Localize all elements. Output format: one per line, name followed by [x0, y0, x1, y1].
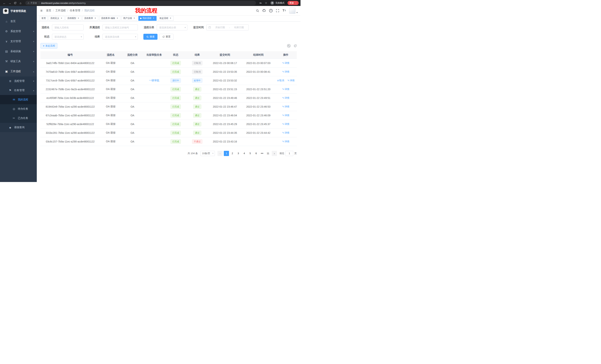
help-icon[interactable]: ?	[269, 9, 273, 12]
close-icon[interactable]: ×	[116, 17, 119, 20]
back-icon[interactable]: ←	[2, 0, 7, 5]
font-size-icon[interactable]: TT	[282, 9, 286, 12]
page-number[interactable]: •••	[260, 151, 265, 156]
view-tab[interactable]: 流程表单-编辑 ×	[99, 16, 120, 21]
cancel-link[interactable]: ⊘取消	[277, 79, 284, 82]
page-number[interactable]: 4	[242, 151, 247, 156]
create-process-button[interactable]: + 发起流程	[40, 43, 57, 49]
close-icon[interactable]: ×	[133, 17, 136, 20]
breadcrumb-item[interactable]: 工作流程	[55, 9, 66, 12]
sidebar-item-devtools[interactable]: ⚒研发工具▾	[0, 56, 37, 67]
hide-search-icon[interactable]	[287, 44, 291, 48]
view-tab[interactable]: 流程定义 ×	[49, 16, 64, 21]
password-key-icon[interactable]	[258, 0, 263, 5]
reload-icon[interactable]	[13, 0, 18, 5]
submit-time-range-picker[interactable]: 开始日期 - 结束日期	[206, 25, 249, 30]
close-icon[interactable]: ×	[152, 17, 155, 20]
detail-link[interactable]: ✎详情	[282, 70, 289, 73]
field-label: 所属流程	[89, 26, 100, 29]
menu-kebab-icon[interactable]: ⋮	[294, 2, 298, 4]
prev-page-button[interactable]: ‹	[218, 151, 223, 156]
status-select[interactable]: ▾	[52, 34, 84, 40]
sidebar-item-my-process[interactable]: ✉我的流程	[0, 95, 37, 104]
search-form: 流程名 所属流程 流程分类 ▾	[40, 25, 297, 40]
search-button[interactable]: 搜索	[143, 34, 158, 40]
user-avatar[interactable]: ▼	[289, 7, 298, 14]
process-name-input[interactable]	[52, 25, 84, 30]
refresh-icon[interactable]	[294, 44, 297, 48]
cell-current-task	[143, 85, 165, 94]
close-icon[interactable]: ×	[60, 17, 63, 20]
breadcrumb-item[interactable]: 首页	[46, 9, 51, 12]
collapse-sidebar-icon[interactable]: ≡	[37, 9, 46, 13]
cell-result: 通过	[186, 102, 208, 111]
view-tab[interactable]: 首页	[40, 16, 48, 21]
detail-link[interactable]: ✎详情	[282, 140, 289, 143]
view-tab[interactable]: 用户分组 ×	[121, 16, 137, 21]
cell-submit-time: 2022-01-23 00:06:17	[208, 59, 242, 67]
next-page-button[interactable]: ›	[272, 151, 277, 156]
field-label: 状态	[40, 35, 50, 38]
detail-link[interactable]: ✎详情	[282, 123, 289, 125]
sidebar-item-payment[interactable]: ¥支付管理▾	[0, 36, 37, 46]
column-header: 流程分类	[121, 51, 143, 59]
forward-icon[interactable]: →	[7, 0, 12, 5]
column-header: 编号	[40, 51, 100, 59]
page-number[interactable]: 11	[265, 151, 270, 156]
page-number[interactable]: 6	[253, 151, 259, 156]
process-definition-input[interactable]	[102, 25, 138, 30]
detail-link[interactable]: ✎详情	[282, 62, 289, 64]
reset-button[interactable]: 重置	[159, 34, 173, 40]
close-icon[interactable]: ×	[169, 17, 172, 20]
github-icon[interactable]	[262, 9, 266, 12]
sidebar-item-home[interactable]: ⌂首页	[0, 16, 37, 26]
current-task-link[interactable]: 一级审批	[149, 79, 159, 82]
detail-link[interactable]: ✎详情	[282, 88, 289, 91]
bookmark-star-icon[interactable]: ☆	[263, 0, 269, 5]
yen-icon: ¥	[4, 40, 9, 43]
sidebar-item-leave-query[interactable]: ☻请假查询	[0, 123, 37, 132]
cell-process-name: OA 请假	[100, 94, 121, 102]
sidebar-item-infrastructure[interactable]: ▤基础设施▾	[0, 46, 37, 56]
sidebar-item-system[interactable]: ⚙系统管理▾	[0, 26, 37, 36]
breadcrumb-item[interactable]: 任务管理	[70, 9, 80, 12]
table-body: 3ad174fb-7b9d-11ec-8404-acde48001122 OA …	[40, 59, 297, 146]
detail-link[interactable]: ✎详情	[282, 105, 289, 108]
page-number[interactable]: 1	[224, 151, 229, 156]
result-select-input[interactable]	[102, 34, 138, 40]
sidebar-item-workflow[interactable]: ▣工作流程▴	[0, 67, 37, 77]
close-icon[interactable]: ×	[77, 17, 80, 20]
page-number[interactable]: 5	[248, 151, 253, 156]
home-icon[interactable]: ⌂	[18, 0, 23, 5]
edit-icon: ✎	[282, 105, 284, 108]
close-icon[interactable]: ×	[94, 17, 97, 20]
goto-page-input[interactable]	[285, 151, 293, 156]
sidebar-item-todo-tasks[interactable]: ◎待办任务	[0, 104, 37, 114]
view-tab[interactable]: 流程模型 ×	[66, 16, 81, 21]
sidebar-item-task-management[interactable]: ⚑任务管理▴	[0, 86, 37, 95]
detail-link[interactable]: ✎详情	[282, 114, 289, 117]
logo[interactable]: 芋道管理系统	[0, 6, 37, 16]
view-tab[interactable]: 我的流程 ×	[138, 16, 157, 21]
page-number[interactable]: 2	[230, 151, 235, 156]
category-select[interactable]: ▾	[157, 25, 187, 30]
view-tab[interactable]: 流程表单 ×	[82, 16, 98, 21]
sidebar-item-process-management[interactable]: ≣流程管理▾	[0, 77, 37, 86]
detail-link[interactable]: ✎详情	[288, 79, 295, 82]
view-tab[interactable]: 发起流程 ×	[158, 16, 173, 21]
page-number[interactable]: 3	[236, 151, 241, 156]
result-select[interactable]: ▾	[102, 34, 138, 40]
status-select-input[interactable]	[52, 34, 84, 40]
column-header: 操作	[275, 51, 297, 59]
detail-link[interactable]: ✎详情	[282, 131, 289, 134]
cell-submit-time: 2022-01-22 23:45:29	[208, 120, 242, 128]
category-select-input[interactable]	[157, 25, 187, 30]
update-button[interactable]: 更新 ⋮	[288, 1, 299, 5]
detail-link[interactable]: ✎详情	[282, 96, 289, 99]
sidebar-item-done-tasks[interactable]: ✂已办任务	[0, 114, 37, 123]
fullscreen-icon[interactable]	[276, 9, 279, 12]
page-size-select[interactable]: 10条/页 ▾	[200, 151, 215, 156]
search-icon[interactable]	[256, 9, 259, 12]
address-bar[interactable]: ⚠ 不安全 dashboard.yudao.iocoder.cn/bpm/tas…	[25, 1, 256, 5]
cell-category: OA	[121, 102, 143, 111]
